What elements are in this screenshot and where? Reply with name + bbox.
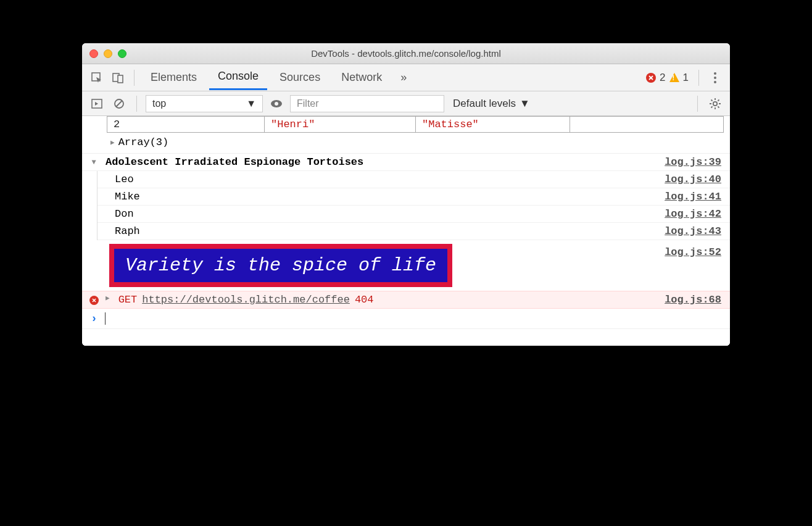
svg-rect-2: [118, 75, 123, 83]
console-toolbar: top ▼ Filter Default levels ▼: [82, 91, 730, 116]
minimize-window-button[interactable]: [104, 49, 112, 58]
console-output: 2 "Henri" "Matisse" ▶ Array(3) ▼ Adolesc…: [82, 116, 730, 346]
chevron-down-icon: ▼: [246, 98, 256, 109]
console-log-line: Don log.js:42: [97, 206, 730, 223]
console-styled-line: Variety is the spice of life log.js:52: [82, 240, 730, 291]
source-link[interactable]: log.js:68: [665, 294, 721, 306]
svg-line-18: [711, 106, 713, 107]
expand-triangle-icon: ▶: [110, 138, 115, 146]
error-url[interactable]: https://devtools.glitch.me/coffee: [142, 294, 350, 306]
toggle-sidebar-icon[interactable]: [88, 95, 106, 112]
svg-point-4: [714, 77, 716, 79]
source-link[interactable]: log.js:42: [665, 208, 721, 220]
devtools-window: DevTools - devtools.glitch.me/console/lo…: [82, 43, 730, 346]
svg-line-16: [711, 99, 713, 101]
divider: [136, 96, 137, 112]
issue-counters[interactable]: 2 ! 1: [646, 72, 689, 84]
divider: [698, 70, 699, 86]
svg-point-5: [714, 81, 716, 83]
log-text: Leo: [115, 173, 134, 185]
warning-count: 1: [683, 72, 689, 84]
source-link[interactable]: log.js:43: [665, 225, 721, 237]
source-link[interactable]: log.js:41: [665, 191, 721, 202]
tab-network[interactable]: Network: [333, 66, 391, 89]
log-text: Raph: [115, 225, 140, 237]
console-log-line: Leo log.js:40: [97, 171, 730, 188]
source-link[interactable]: log.js:52: [665, 243, 721, 258]
svg-point-3: [714, 72, 716, 75]
svg-line-19: [718, 99, 719, 101]
levels-label: Default levels: [453, 98, 516, 110]
input-caret: [105, 312, 106, 325]
console-prompt[interactable]: ›: [82, 309, 730, 328]
svg-line-8: [116, 101, 122, 107]
console-log-line: Raph log.js:43: [97, 223, 730, 240]
filter-placeholder: Filter: [297, 98, 319, 109]
log-levels-selector[interactable]: Default levels ▼: [453, 98, 530, 110]
divider: [134, 70, 135, 86]
error-icon: [89, 296, 99, 305]
divider: [697, 96, 698, 112]
filter-input[interactable]: Filter: [290, 95, 444, 112]
console-error-line[interactable]: ▶ GET https://devtools.glitch.me/coffee …: [82, 291, 730, 309]
http-method: GET: [118, 294, 138, 306]
styled-log-message: Variety is the spice of life: [109, 244, 452, 287]
clear-console-icon[interactable]: [110, 95, 128, 112]
log-text: Mike: [115, 191, 140, 202]
table-cell-index: 2: [107, 117, 265, 132]
source-link[interactable]: log.js:39: [665, 156, 721, 168]
footer-spacer: [82, 328, 730, 346]
console-settings-icon[interactable]: [706, 95, 724, 112]
console-log-line: Mike log.js:41: [97, 188, 730, 206]
chevron-down-icon: ▼: [520, 98, 530, 110]
group-title: Adolescent Irradiated Espionage Tortoise…: [106, 156, 363, 168]
more-options-icon[interactable]: [706, 69, 724, 86]
table-row: 2 "Henri" "Matisse": [107, 116, 724, 133]
table-cell-lastname: "Matisse": [416, 117, 570, 132]
array-expand-line[interactable]: ▶ Array(3): [82, 133, 730, 154]
tab-elements[interactable]: Elements: [142, 66, 205, 89]
collapse-triangle-icon: ▼: [91, 158, 96, 168]
window-title: DevTools - devtools.glitch.me/console/lo…: [82, 48, 730, 59]
array-label: Array(3): [118, 136, 169, 148]
warning-count-icon: !: [669, 73, 679, 82]
titlebar: DevTools - devtools.glitch.me/console/lo…: [82, 43, 730, 64]
tabs-overflow-button[interactable]: »: [394, 71, 413, 84]
toggle-device-toolbar-icon[interactable]: [109, 69, 126, 86]
context-selector[interactable]: top ▼: [146, 95, 263, 112]
log-text: Don: [115, 208, 134, 220]
tab-console[interactable]: Console: [209, 65, 267, 90]
expand-triangle-icon: ▶: [106, 294, 110, 306]
traffic-lights: [89, 49, 126, 58]
source-link[interactable]: log.js:40: [665, 173, 721, 185]
http-status: 404: [355, 294, 374, 306]
tab-sources[interactable]: Sources: [271, 66, 329, 89]
console-group-header[interactable]: ▼ Adolescent Irradiated Espionage Tortoi…: [82, 154, 730, 171]
error-count: 2: [660, 72, 665, 84]
error-count-icon: [646, 73, 656, 83]
table-cell-empty: [570, 117, 721, 132]
prompt-chevron-icon: ›: [91, 312, 97, 325]
close-window-button[interactable]: [89, 49, 98, 58]
svg-line-17: [718, 106, 719, 107]
inspect-element-icon[interactable]: [88, 69, 106, 86]
svg-point-11: [713, 101, 717, 105]
live-expression-icon[interactable]: [268, 95, 285, 112]
svg-point-10: [275, 102, 278, 106]
table-cell-firstname: "Henri": [265, 117, 416, 132]
console-group-body: Leo log.js:40 Mike log.js:41 Don log.js:…: [97, 171, 730, 240]
maximize-window-button[interactable]: [118, 49, 126, 58]
tabs-bar: Elements Console Sources Network » 2 ! 1: [82, 64, 730, 91]
context-value: top: [152, 98, 166, 109]
